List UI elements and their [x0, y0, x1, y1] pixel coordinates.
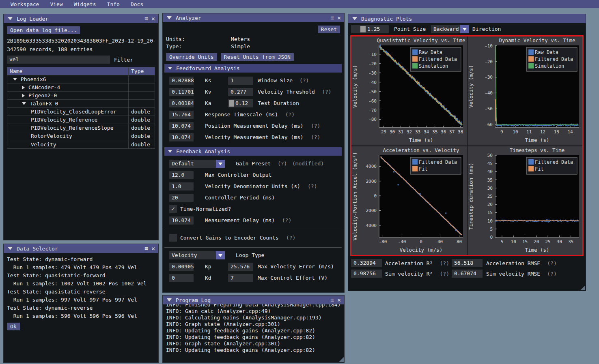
log-line: INFO: Graph state (Analyzer.cpp:301)	[166, 321, 341, 328]
window-menu-icon[interactable]: ≡	[144, 15, 148, 23]
value-input[interactable]: 15.764	[169, 111, 194, 119]
collapse-arrow-icon[interactable]	[8, 247, 13, 250]
close-icon[interactable]: ✕	[337, 14, 341, 22]
help-hint[interactable]: (?)	[285, 111, 295, 118]
point-size-slider[interactable]: 1.25	[351, 25, 389, 33]
chart-dynamic-velocity-vs-time[interactable]: Dynamic Velocity vs. TimeTime (s)Velocit…	[468, 36, 583, 146]
override-units-button[interactable]: Override Units	[166, 53, 217, 61]
window-menu-icon[interactable]: ≡	[144, 244, 148, 253]
column-header-type[interactable]: Type	[129, 68, 155, 74]
close-icon[interactable]: ✕	[337, 296, 341, 304]
units-label: Units:	[166, 36, 185, 42]
help-hint[interactable]: (?)	[286, 235, 295, 241]
collapse-arrow-icon[interactable]	[167, 298, 172, 302]
resize-grip-icon[interactable]	[339, 357, 344, 362]
filter-input[interactable]: vel	[7, 56, 110, 64]
column-header-name[interactable]: Name	[7, 67, 129, 75]
test-state-line: Test State: dynamic-forward	[7, 256, 155, 264]
open-log-file-button[interactable]: Open data log file...	[7, 26, 80, 34]
stat-value-input[interactable]: 0.98756	[351, 270, 382, 278]
time-normalized-checkbox[interactable]: ✓	[169, 205, 177, 213]
help-hint[interactable]: (?)	[308, 183, 317, 189]
combo-arrow-icon[interactable]	[460, 25, 469, 33]
close-icon[interactable]: ✕	[151, 244, 155, 253]
chart-acceleration-vs-velocity[interactable]: Acceleration vs. VelocityVelocity (m/s)V…	[351, 146, 467, 255]
table-row[interactable]: TalonFX-0	[7, 100, 155, 108]
feedback-analysis-header[interactable]: Feedback Analysis	[164, 147, 342, 156]
menu-docs[interactable]: Docs	[131, 1, 143, 7]
ok-button[interactable]: Ok	[7, 323, 20, 330]
table-row[interactable]: Velocitydouble	[7, 140, 155, 148]
combo-value[interactable]: Default	[169, 160, 216, 168]
help-hint[interactable]: (?)	[440, 260, 449, 266]
help-hint[interactable]: (?)	[322, 89, 331, 95]
value-input[interactable]: 12.0	[169, 171, 194, 179]
help-hint[interactable]: (?)	[278, 161, 287, 167]
help-hint[interactable]: (?)	[547, 271, 556, 277]
stat-label: Acceleration RMSE	[486, 260, 540, 266]
slider-grab[interactable]	[360, 26, 366, 32]
tree-expanded-icon[interactable]	[13, 78, 17, 81]
collapse-arrow-icon[interactable]	[8, 17, 13, 20]
help-hint[interactable]: (?)	[300, 77, 309, 84]
help-hint[interactable]: (?)	[311, 123, 320, 129]
stat-value-input[interactable]: 0.67074	[452, 270, 483, 278]
help-hint[interactable]: (?)	[282, 217, 291, 223]
value-input[interactable]: 0.277	[228, 88, 253, 96]
tree-collapsed-icon[interactable]	[22, 86, 25, 90]
tree-collapsed-icon[interactable]	[22, 94, 25, 98]
convert-gains-to-encoder-counts-checkbox[interactable]	[169, 234, 177, 242]
value-input[interactable]: 10.074	[169, 133, 194, 141]
combo-arrow-icon[interactable]	[216, 160, 225, 168]
combo-value[interactable]: Velocity	[169, 251, 216, 259]
value-input[interactable]: 1	[228, 77, 253, 85]
log-output[interactable]: INFO: Finished Preparing Data (AnalysisM…	[163, 304, 344, 362]
help-hint[interactable]: (?)	[440, 271, 449, 277]
table-row[interactable]: Phoenix6	[7, 75, 155, 84]
value-input[interactable]: 10.074	[169, 216, 194, 225]
menu-view[interactable]: View	[50, 1, 62, 7]
close-icon[interactable]: ✕	[151, 15, 155, 23]
combo-arrow-icon[interactable]	[216, 251, 225, 259]
svg-text:-10: -10	[368, 52, 377, 57]
slider-grab[interactable]	[229, 100, 234, 107]
table-row[interactable]: PIDVelocity_ReferenceSlopedouble	[7, 124, 155, 132]
chart-timesteps-vs-time[interactable]: Timesteps vs. TimeTime (s)Timestep durat…	[468, 146, 583, 255]
value-input[interactable]: 0.0018446	[169, 99, 194, 107]
menu-workspace[interactable]: Workspace	[11, 1, 39, 7]
reset-button[interactable]: Reset	[318, 26, 340, 33]
resize-grip-icon[interactable]	[580, 285, 585, 290]
window-menu-icon[interactable]: ≡	[330, 14, 334, 22]
value-input[interactable]: 25.576	[228, 263, 253, 271]
help-hint[interactable]: (?)	[311, 134, 320, 140]
value-input[interactable]: 10.074	[169, 122, 194, 130]
reset-units-from-json-button[interactable]: Reset Units from JSON	[221, 53, 294, 61]
table-row[interactable]: RotorVelocitydouble	[7, 132, 155, 140]
direction-combo[interactable]: Backward	[431, 25, 460, 33]
help-hint[interactable]: (?)	[547, 260, 556, 266]
value-input[interactable]: 1.0	[169, 182, 194, 191]
stat-value-input[interactable]: 56.518	[452, 259, 483, 267]
table-row[interactable]: PIDVelocity_ClosedLoopErrordouble	[7, 108, 155, 116]
collapse-arrow-icon[interactable]	[167, 16, 172, 19]
value-input[interactable]: 0	[169, 274, 194, 282]
value-input[interactable]: 20	[169, 194, 194, 202]
menu-info[interactable]: Info	[107, 1, 120, 7]
chart-quasistatic-velocity-vs-time[interactable]: Quasistatic Velocity vs. TimeTime (s)Vel…	[351, 36, 467, 146]
collapse-arrow-icon[interactable]	[352, 17, 357, 20]
table-row[interactable]: CANcoder-4	[7, 84, 155, 92]
tree-expanded-icon[interactable]	[22, 102, 26, 105]
feedforward-analysis-header[interactable]: Feedforward Analysis	[164, 64, 342, 73]
table-row[interactable]: Pigeon2-0	[7, 92, 155, 100]
value-input[interactable]: 7	[228, 274, 253, 282]
analyzer-row: 0.0090572Kp25.576Max Velocity Error (m/s…	[166, 262, 340, 273]
value-input[interactable]: 0.0090572	[169, 263, 194, 271]
value-input[interactable]: 0.02888	[169, 77, 194, 85]
slider-input[interactable]: 0.12	[228, 99, 253, 107]
field-label: Max Controller Output	[205, 172, 271, 178]
table-row[interactable]: PIDVelocity_Referencedouble	[7, 116, 155, 124]
menu-widgets[interactable]: Widgets	[74, 1, 96, 7]
window-menu-icon[interactable]: ≡	[330, 296, 334, 304]
value-input[interactable]: 0.11701	[169, 88, 194, 96]
stat-value-input[interactable]: 0.32894	[351, 259, 382, 267]
